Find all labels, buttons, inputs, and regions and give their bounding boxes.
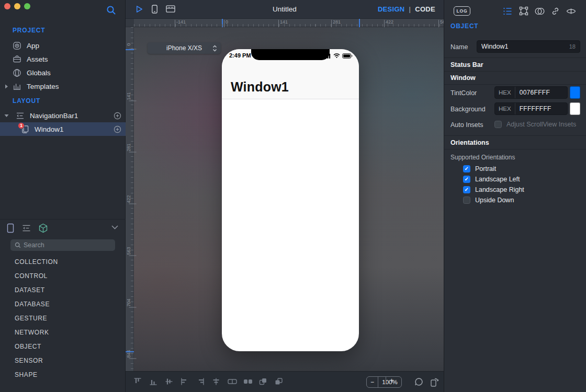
tint-hex-field[interactable]: HEX 0076FFFF xyxy=(494,86,568,99)
ruler-label: 422 xyxy=(386,19,393,25)
hex-prefix-label: HEX xyxy=(495,87,515,98)
inspector-tab-styles-icon[interactable] xyxy=(535,7,545,16)
library-category-network[interactable]: NETWORK xyxy=(15,329,49,336)
library-category-gesture[interactable]: GESTURE xyxy=(15,315,47,322)
horizontal-ruler: -141 0 141 281 422 563 xyxy=(134,19,444,27)
log-button[interactable]: LOG xyxy=(454,6,470,16)
ruler-label: 141 xyxy=(126,88,131,104)
orientation-row-landscape-left: Landscape Left xyxy=(463,176,520,183)
library-category-sensor[interactable]: SENSOR xyxy=(15,357,43,364)
inspector-tab-visibility-icon[interactable] xyxy=(566,7,576,16)
tab-code[interactable]: CODE xyxy=(415,5,435,13)
canvas-bottom-toolbar: − 100% + xyxy=(126,371,444,392)
package-icon[interactable] xyxy=(165,4,176,14)
auto-insets-label: Auto Insets xyxy=(450,121,483,129)
rotate-device-icon[interactable] xyxy=(430,377,440,387)
distribute-icon[interactable] xyxy=(243,377,253,387)
inspector-tab-constraints-icon[interactable] xyxy=(519,6,528,16)
layer-label: Window1 xyxy=(35,125,64,133)
traffic-lights xyxy=(4,3,30,9)
library-search-field[interactable] xyxy=(10,239,115,251)
library-category-dataset[interactable]: DATASET xyxy=(15,286,45,294)
tab-design[interactable]: DESIGN xyxy=(378,5,405,13)
device-selector-dropdown[interactable]: iPhone X/XS xyxy=(148,42,221,54)
align-bottom-icon[interactable] xyxy=(149,377,159,387)
zoom-control: − 100% + xyxy=(366,376,402,388)
inspector-tab-connections-icon[interactable] xyxy=(551,7,560,16)
run-icon[interactable] xyxy=(134,4,144,14)
library-tab-device-icon[interactable] xyxy=(6,223,15,233)
ruler-label: 563 xyxy=(126,243,131,259)
library-category-database[interactable]: DATABASE xyxy=(15,301,50,308)
background-hex-field[interactable]: HEX FFFFFFFF xyxy=(494,102,568,115)
fit-width-icon[interactable] xyxy=(227,377,238,387)
layer-window-selected[interactable]: 1 Window1 xyxy=(0,122,126,136)
minimize-button[interactable] xyxy=(14,3,20,9)
ruler-label: 844 xyxy=(126,346,131,362)
sidebar-item-label: Globals xyxy=(27,69,51,77)
close-button[interactable] xyxy=(4,3,10,9)
adjust-scrollview-insets-checkbox[interactable] xyxy=(494,121,502,128)
zoom-in-button[interactable]: + xyxy=(386,377,397,384)
background-hex-value: FFFFFFFF xyxy=(515,105,551,112)
library-category-object[interactable]: OBJECT xyxy=(15,343,41,350)
disclosure-right-icon[interactable] xyxy=(4,84,9,89)
orientation-label: Upside Down xyxy=(475,197,514,204)
library-category-shape[interactable]: SHAPE xyxy=(15,371,38,378)
guide-tick xyxy=(222,19,223,27)
align-left-icon[interactable] xyxy=(180,377,190,387)
layer-navigationbar[interactable]: NavigationBar1 xyxy=(0,109,126,122)
sidebar-item-assets[interactable]: Assets xyxy=(0,52,126,66)
landscape-right-checkbox[interactable] xyxy=(463,186,470,193)
library-tab-cube-icon[interactable] xyxy=(38,223,48,233)
library-category-collection[interactable]: COLLECTION xyxy=(15,258,58,266)
zoom-button[interactable] xyxy=(24,3,30,9)
library-search-input[interactable] xyxy=(24,241,107,249)
preview-icon[interactable] xyxy=(414,377,423,386)
portrait-checkbox[interactable] xyxy=(463,165,470,172)
object-section-label: OBJECT xyxy=(450,22,478,30)
add-layer-icon[interactable] xyxy=(114,112,121,120)
phone-nav-title: Window1 xyxy=(231,79,289,95)
sidebar-item-templates[interactable]: Templates xyxy=(0,79,126,93)
canvas-area: Untitled DESIGN | CODE xyxy=(126,0,444,392)
orientation-label: Landscape Left xyxy=(475,176,520,183)
sidebar-item-app[interactable]: App xyxy=(0,39,126,52)
align-right-icon[interactable] xyxy=(196,377,206,387)
canvas-toolbar: Untitled DESIGN | CODE xyxy=(126,0,444,19)
orientation-row-upside-down: Upside Down xyxy=(463,197,514,204)
send-backward-icon[interactable] xyxy=(274,377,285,387)
tint-color-swatch[interactable] xyxy=(570,86,580,99)
upside-down-checkbox[interactable] xyxy=(463,197,470,204)
briefcase-icon xyxy=(13,55,21,64)
search-icon[interactable] xyxy=(106,5,117,16)
align-top-icon[interactable] xyxy=(133,377,143,387)
signal-icon xyxy=(323,53,331,59)
sidebar-item-label: Assets xyxy=(27,55,48,63)
library-panel: COLLECTION CONTROL DATASET DATABASE GEST… xyxy=(0,219,126,392)
bring-forward-icon[interactable] xyxy=(258,377,269,387)
disclosure-down-icon[interactable] xyxy=(4,113,9,118)
layer-label: NavigationBar1 xyxy=(30,112,78,120)
background-color-swatch[interactable] xyxy=(570,102,580,115)
align-horizontal-center-icon[interactable] xyxy=(211,377,222,387)
add-layer-icon[interactable] xyxy=(114,125,121,133)
phone-time: 2:49 PM xyxy=(229,52,251,59)
library-category-control[interactable]: CONTROL xyxy=(15,272,48,280)
landscape-left-checkbox[interactable] xyxy=(463,176,470,183)
app-window: PROJECT App Assets Globals xyxy=(0,0,586,392)
name-input[interactable] xyxy=(477,43,556,50)
orientations-section-header: Orientations xyxy=(450,139,489,146)
ruler-label: 422 xyxy=(126,191,131,207)
inspector-panel: LOG xyxy=(444,0,586,392)
device-icon[interactable] xyxy=(151,4,159,14)
inspector-tab-attributes-icon[interactable] xyxy=(503,7,513,16)
navbar-icon xyxy=(16,112,25,120)
collapse-chevron-icon[interactable] xyxy=(111,225,118,229)
phone-mockup[interactable]: Window1 2:49 PM xyxy=(222,49,359,351)
align-vertical-center-icon[interactable] xyxy=(164,377,175,387)
sidebar-item-globals[interactable]: Globals xyxy=(0,66,126,79)
library-tab-navbar-icon[interactable] xyxy=(21,224,31,232)
zoom-out-button[interactable]: − xyxy=(367,377,378,387)
status-bar-section-header: Status Bar xyxy=(450,61,483,68)
